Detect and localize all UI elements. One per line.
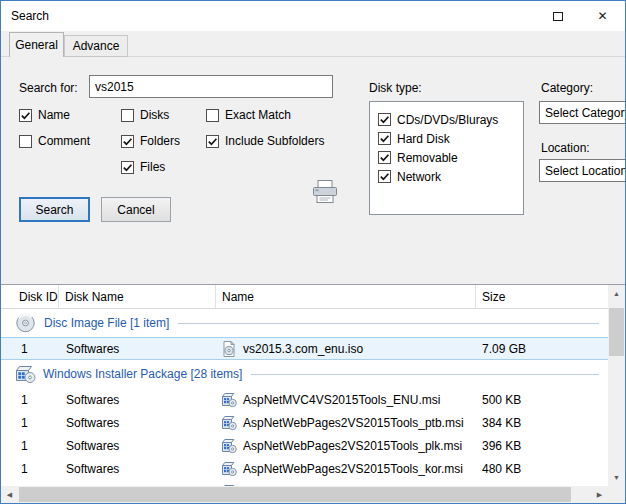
location-selected-value: Select Location...	[545, 164, 626, 178]
checkbox-folders[interactable]: Folders	[121, 133, 180, 149]
msi-file-icon	[221, 415, 237, 431]
down-arrow-icon: ▼	[613, 474, 620, 481]
table-row[interactable]: 1SoftwaresAspNetWebPages2VS2015Tools_kor…	[1, 457, 608, 480]
cell-disk-name: Softwares	[59, 393, 216, 407]
cell-disk-id: 1	[1, 416, 59, 430]
close-button[interactable]: ✕	[580, 1, 625, 31]
close-icon: ✕	[597, 10, 607, 22]
category-label: Category:	[541, 81, 593, 95]
checkbox-box	[378, 113, 391, 126]
search-button[interactable]: Search	[19, 197, 90, 222]
cell-size: 384 KB	[476, 416, 608, 430]
horizontal-scrollbar[interactable]: ◀ ▶	[1, 486, 608, 503]
checkbox-box	[378, 151, 391, 164]
checkbox-exact-match[interactable]: Exact Match	[206, 107, 291, 123]
location-dropdown[interactable]: Select Location...	[539, 159, 626, 182]
table-row[interactable]: 1SoftwaresAspNetMVC4VS2015Tools_ENU.msi5…	[1, 388, 608, 411]
search-for-label: Search for:	[19, 81, 78, 95]
cell-disk-id: 1	[1, 439, 59, 453]
checkbox-label: Files	[140, 160, 165, 174]
checkbox-name[interactable]: Name	[19, 107, 70, 123]
checkbox-box	[121, 161, 134, 174]
scroll-up-button[interactable]: ▲	[608, 285, 625, 302]
group-label: Disc Image File [1 item]	[44, 316, 169, 330]
category-dropdown[interactable]: Select Category...	[539, 101, 626, 124]
group-row[interactable]: Disc Image File [1 item]	[1, 309, 608, 337]
up-arrow-icon: ▲	[613, 290, 620, 297]
vertical-scrollbar[interactable]: ▲ ▼	[608, 285, 625, 486]
installer-package-icon	[14, 364, 36, 384]
printer-icon	[311, 179, 339, 204]
scroll-left-button[interactable]: ◀	[1, 486, 18, 503]
disk-type-option[interactable]: Hard Disk	[378, 129, 523, 148]
table-row[interactable]: 1SoftwaresAspNetWebPages2VS2015Tools_plk…	[1, 434, 608, 457]
location-label: Location:	[541, 141, 590, 155]
checkbox-box	[206, 109, 219, 122]
cell-disk-name: Softwares	[59, 439, 216, 453]
group-label: Windows Installer Package [28 items]	[43, 367, 242, 381]
horizontal-scroll-thumb[interactable]	[19, 487, 571, 502]
checkbox-label: CDs/DVDs/Blurays	[397, 113, 498, 127]
iso-file-icon	[221, 341, 237, 357]
cell-disk-name: Softwares	[59, 462, 216, 476]
scroll-down-button[interactable]: ▼	[608, 469, 625, 486]
tab-general[interactable]: General	[9, 32, 64, 57]
msi-file-icon	[221, 461, 237, 477]
group-line	[178, 323, 599, 324]
table-row[interactable]: 1SoftwaresAspNetWebPages2VS2015Tools_ptb…	[1, 411, 608, 434]
print-button[interactable]	[310, 178, 340, 205]
checkbox-files[interactable]: Files	[121, 159, 165, 175]
disk-type-option[interactable]: CDs/DVDs/Blurays	[378, 110, 523, 129]
checkbox-disks[interactable]: Disks	[121, 107, 169, 123]
cancel-button[interactable]: Cancel	[101, 197, 171, 222]
header-name[interactable]: Name	[216, 285, 476, 308]
scroll-right-button[interactable]: ▶	[591, 486, 608, 503]
cell-name: AspNetWebPages2VS2015Tools_ptb.msi	[216, 415, 476, 431]
caption-buttons: ✕	[535, 1, 625, 31]
right-arrow-icon: ▶	[597, 491, 602, 499]
msi-file-icon	[221, 392, 237, 408]
window-title: Search	[11, 9, 49, 23]
header-size[interactable]: Size	[476, 285, 608, 308]
cell-name: vs2015.3.com_enu.iso	[216, 341, 476, 357]
checkbox-label: Network	[397, 170, 441, 184]
cell-name: AspNetWebPages2VS2015Tools_plk.msi	[216, 438, 476, 454]
checkbox-box	[19, 135, 32, 148]
checkbox-box	[19, 109, 32, 122]
results-header: Disk ID Disk Name Name Size	[1, 285, 608, 309]
group-row[interactable]: Windows Installer Package [28 items]	[1, 360, 608, 388]
results-body: Disc Image File [1 item]1Softwaresvs2015…	[1, 309, 608, 486]
cell-size: 396 KB	[476, 439, 608, 453]
disk-type-option[interactable]: Network	[378, 167, 523, 186]
tab-advance[interactable]: Advance	[64, 35, 128, 57]
file-name: AspNetMVC4VS2015Tools_ENU.msi	[243, 393, 440, 407]
checkbox-label: Removable	[397, 151, 458, 165]
checkbox-comment[interactable]: Comment	[19, 133, 90, 149]
cell-disk-id: 1	[1, 342, 59, 356]
cell-disk-id: 1	[1, 393, 59, 407]
cell-size: 7.09 GB	[476, 342, 608, 356]
checkbox-label: Disks	[140, 108, 169, 122]
disc-icon	[14, 312, 37, 334]
file-name: AspNetWebPages2VS2015Tools_plk.msi	[243, 439, 462, 453]
checkbox-box	[206, 135, 219, 148]
cell-size: 480 KB	[476, 462, 608, 476]
disk-type-option[interactable]: Removable	[378, 148, 523, 167]
vertical-scroll-thumb[interactable]	[609, 308, 624, 356]
header-disk-name[interactable]: Disk Name	[59, 285, 216, 308]
cell-size: 500 KB	[476, 393, 608, 407]
maximize-button[interactable]	[535, 1, 580, 31]
search-window: Search ✕ General Advance Search for: Nam…	[0, 0, 626, 504]
checkbox-box	[121, 135, 134, 148]
checkbox-label: Exact Match	[225, 108, 291, 122]
category-selected-value: Select Category...	[545, 106, 626, 120]
disk-type-panel: CDs/DVDs/BluraysHard DiskRemovableNetwor…	[369, 101, 524, 215]
table-row[interactable]: 1Softwaresvs2015.3.com_enu.iso7.09 GB	[1, 337, 608, 360]
checkbox-box	[378, 170, 391, 183]
search-input[interactable]	[89, 75, 333, 98]
titlebar[interactable]: Search ✕	[1, 1, 625, 31]
checkbox-include-subfolders[interactable]: Include Subfolders	[206, 133, 324, 149]
checkbox-label: Comment	[38, 134, 90, 148]
file-name: AspNetWebPages2VS2015Tools_kor.msi	[243, 462, 463, 476]
header-disk-id[interactable]: Disk ID	[1, 285, 59, 308]
